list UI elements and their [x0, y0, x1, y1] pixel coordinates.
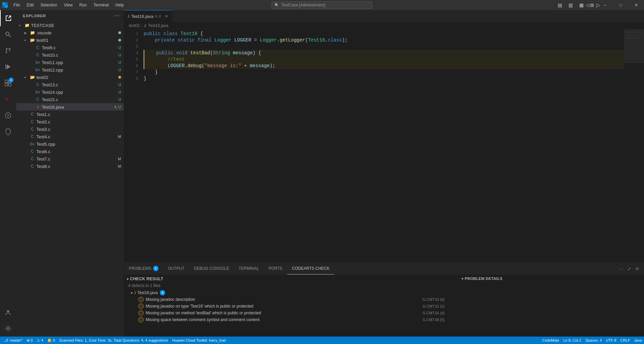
sidebar-more-btn[interactable]: ···: [114, 13, 120, 19]
root-label: TESTCASE: [31, 23, 124, 28]
tree-item-test02[interactable]: ▾ 📂 test02: [16, 74, 124, 81]
menu-edit[interactable]: Edit: [23, 0, 37, 10]
statusbar-warnings[interactable]: ⚠ 4: [35, 337, 45, 344]
check-file-arrow: ▾: [131, 291, 133, 295]
scan-info-text: Scanned Files: 1, Cost Time: 3s, Total Q…: [59, 338, 168, 342]
check-file-icon: J: [134, 291, 136, 295]
titlebar-menu: File Edit Selection View Run Terminal He…: [0, 0, 127, 10]
issue-3-code: G.CMT.01 [4]: [422, 311, 444, 315]
nav-forward-btn[interactable]: ▷: [593, 0, 604, 10]
activity-settings[interactable]: [0, 320, 16, 337]
panel-tab-output[interactable]: OUTPUT: [163, 263, 189, 275]
menu-run[interactable]: Run: [76, 0, 90, 10]
tree-item-test15c[interactable]: ▶ C Test15.c U: [16, 96, 124, 103]
code-line-7: }: [144, 69, 624, 76]
problem-details-header: ▾ PROBLEM DETAILS: [462, 276, 641, 281]
activity-bar: 1 ✦: [0, 10, 16, 337]
tree-root-testcase[interactable]: ▾ 📁 TESTCASE: [16, 22, 124, 29]
tree-item-test9c[interactable]: ▶ C Test9.c U: [16, 44, 124, 51]
tree-item-test7c[interactable]: ▶ C Test7.c M: [16, 155, 124, 163]
check-issue-2[interactable]: ⓘ Missing javadoc on type 'Test16' which…: [124, 303, 459, 310]
test15c-file-icon: C: [35, 97, 40, 102]
activity-extensions[interactable]: 1: [0, 75, 16, 91]
issue-4-icon: ⓘ: [138, 317, 144, 322]
menu-view[interactable]: View: [60, 0, 76, 10]
check-file-test16java[interactable]: ▾ J Test16.java 4: [124, 289, 459, 296]
code-content: public class Test16 { private static fin…: [141, 29, 624, 262]
check-right-panel: ▾ PROBLEM DETAILS: [459, 275, 644, 337]
panel-tab-ports[interactable]: PORTS: [264, 263, 287, 275]
activity-search[interactable]: [0, 26, 16, 42]
tree-item-test01[interactable]: ▾ 📂 test01: [16, 36, 124, 44]
panel-close-btn[interactable]: ✕: [633, 265, 641, 273]
activity-huawei[interactable]: ✦: [0, 91, 16, 107]
tree-item-test1c[interactable]: ▶ C Test1.c: [16, 111, 124, 118]
panel-maximize-btn[interactable]: ⤢: [625, 265, 633, 273]
maximize-btn[interactable]: □: [613, 0, 628, 10]
tree-item-test6c[interactable]: ▶ C Test6.c: [16, 148, 124, 155]
statusbar-info[interactable]: 🔔 0: [45, 337, 57, 344]
activity-source-control[interactable]: [0, 42, 16, 59]
test10c-label: Test10.c: [42, 53, 118, 58]
panel-tab-terminal[interactable]: TERMINAL: [234, 263, 264, 275]
tree-item-test4c[interactable]: ▶ C Test4.c M: [16, 133, 124, 140]
check-issue-3[interactable]: ⓘ Missing javadoc on method 'testBad' wh…: [124, 310, 459, 316]
tab-close-btn[interactable]: ✕: [164, 13, 169, 19]
code-editor[interactable]: 1 2 3 4 5 6 7 8 public class Test16 { pr…: [124, 29, 644, 262]
menu-selection[interactable]: Selection: [37, 0, 60, 10]
tree-item-test16java[interactable]: ▶ J Test16.java 4, U: [16, 103, 124, 111]
statusbar-branch[interactable]: ⎇ master*: [2, 337, 25, 344]
panel-tab-problems[interactable]: PROBLEMS 4: [124, 263, 163, 275]
activity-bar-bottom: [0, 304, 16, 337]
tree-item-test3c[interactable]: ▶ C Test3.c: [16, 125, 124, 133]
menu-help[interactable]: Help: [112, 0, 127, 10]
issue-1-text: Missing javadoc description: [146, 297, 420, 302]
tree-item-test5cpp[interactable]: ▶ C+ Test5.cpp: [16, 140, 124, 148]
tab-test16java[interactable]: J Test16.java 4, U ✕: [124, 10, 173, 22]
test15c-badge: U: [118, 97, 121, 102]
menu-file[interactable]: File: [10, 0, 23, 10]
tree-item-test8c[interactable]: ▶ C Test8.c M: [16, 163, 124, 170]
statusbar-spaces[interactable]: Spaces: 4: [583, 337, 604, 344]
test8c-file-icon: C: [30, 164, 35, 169]
activity-security[interactable]: [0, 123, 16, 140]
activity-explorer[interactable]: [0, 10, 16, 26]
statusbar-toolkit[interactable]: Huawei Cloud Toolkit: harry_trad: [170, 337, 228, 344]
test14cpp-label: Test14.cpp: [42, 90, 118, 95]
tree-item-test14cpp[interactable]: ▶ C+ Test14.cpp U: [16, 88, 124, 96]
activity-accounts[interactable]: [0, 304, 16, 320]
toggle-sidebar-icon[interactable]: ▤: [554, 0, 565, 10]
tree-item-test11cpp[interactable]: ▶ C+ Test11.cpp U: [16, 59, 124, 66]
statusbar-codemate[interactable]: CodeMate: [540, 337, 561, 344]
statusbar-errors[interactable]: ⊗ 0: [25, 337, 35, 344]
test7c-file-icon: C: [30, 156, 35, 162]
test16java-label: Test16.java: [42, 105, 114, 110]
tree-item-vscode[interactable]: ▶ 📁 .vscode: [16, 29, 124, 36]
code-line-3: [144, 44, 624, 50]
check-issue-1[interactable]: ⓘ Missing javadoc description G.CMT.02 […: [124, 296, 459, 303]
toggle-panel-icon[interactable]: ▥: [565, 0, 576, 10]
statusbar-line-ending[interactable]: CRLF: [618, 337, 632, 344]
activity-run-debug[interactable]: [0, 59, 16, 75]
panel-more-btn[interactable]: ···: [617, 265, 625, 273]
test02-label: test02: [36, 75, 118, 80]
panel-tab-codearts-check[interactable]: CODEARTS CHECK: [287, 263, 334, 275]
tree-item-test2c[interactable]: ▶ C Test2.c: [16, 118, 124, 125]
check-issue-4[interactable]: ⓘ Missing space between comment symbol a…: [124, 316, 459, 323]
test1c-label: Test1.c: [36, 112, 124, 117]
statusbar-language[interactable]: Java: [632, 337, 644, 344]
activity-codearts[interactable]: [0, 107, 16, 123]
search-bar[interactable]: 🔍 TestCase [Administrator]: [271, 1, 373, 9]
tree-item-test13c[interactable]: ▶ C Test13.c U: [16, 81, 124, 88]
statusbar-encoding[interactable]: UTF-8: [604, 337, 618, 344]
tree-item-test12cpp[interactable]: ▶ C+ Test12.cpp U: [16, 66, 124, 74]
panel-tab-debug-console[interactable]: DEBUG CONSOLE: [189, 263, 234, 275]
breadcrumb-sep1: ›: [141, 23, 143, 28]
statusbar-position[interactable]: Ln 8, Col 2: [561, 337, 583, 344]
nav-back-btn[interactable]: ◁: [582, 0, 593, 10]
close-btn[interactable]: ✕: [628, 0, 644, 10]
tree-item-test10c[interactable]: ▶ C Test10.c U: [16, 51, 124, 59]
code-line-6: LOGGER.debug("message is:" + message);: [144, 63, 624, 69]
test9c-file-icon: C: [35, 45, 40, 50]
menu-terminal[interactable]: Terminal: [90, 0, 112, 10]
